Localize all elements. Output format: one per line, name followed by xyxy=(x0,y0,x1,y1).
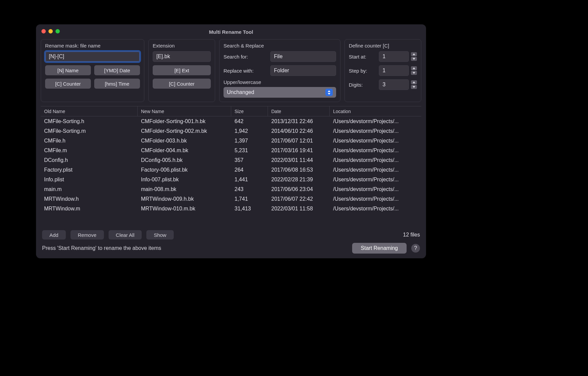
col-date[interactable]: Date xyxy=(268,106,330,116)
cell-loc: /Users/devstorm/Projects/... xyxy=(330,118,421,124)
cell-date: 2014/06/10 22:46 xyxy=(268,128,330,134)
table-body: CMFile-Sorting.hCMFolder-Sorting-001.h.b… xyxy=(41,116,421,227)
cell-size: 5,231 xyxy=(231,148,268,154)
table-row[interactable]: Factory.plistFactory-006.plist.bk2642017… xyxy=(41,165,421,175)
step-by-stepper[interactable] xyxy=(411,66,417,75)
col-new-name[interactable]: New Name xyxy=(138,106,231,116)
table-row[interactable]: DConfig.hDConfig-005.h.bk3572022/03/01 1… xyxy=(41,155,421,165)
stepper-down-icon[interactable] xyxy=(411,85,417,89)
add-button[interactable]: Add xyxy=(42,230,66,240)
minimize-icon[interactable] xyxy=(48,29,53,33)
cell-old: DConfig.h xyxy=(41,157,138,163)
case-select-value: Unchanged xyxy=(227,89,254,95)
cell-new: CMFolder-Sorting-002.m.bk xyxy=(138,128,231,134)
window-title: Multi Rename Tool xyxy=(36,29,426,35)
footer: Press 'Start Renaming' to rename the abo… xyxy=(36,240,426,258)
cell-new: Factory-006.plist.bk xyxy=(138,167,231,173)
cell-date: 2017/06/08 16:53 xyxy=(268,167,330,173)
cell-loc: /Users/devstorm/Projects/... xyxy=(330,128,421,134)
close-icon[interactable] xyxy=(41,29,46,33)
help-button[interactable]: ? xyxy=(411,244,420,253)
cell-old: MRTWindow.m xyxy=(41,206,138,212)
remove-button[interactable]: Remove xyxy=(70,230,104,240)
cell-date: 2022/02/28 21:39 xyxy=(268,177,330,183)
col-size[interactable]: Size xyxy=(231,106,268,116)
define-counter-panel: Define counter [C] Start at: Step by: xyxy=(344,39,421,102)
rename-mask-title: Rename mask: file name xyxy=(45,43,140,49)
rename-mask-input[interactable] xyxy=(45,51,140,62)
cell-size: 264 xyxy=(231,167,268,173)
cell-loc: /Users/devstorm/Projects/... xyxy=(330,186,421,192)
col-old-name[interactable]: Old Name xyxy=(41,106,138,116)
cell-size: 1,441 xyxy=(231,177,268,183)
digits-input[interactable] xyxy=(379,79,409,90)
insert-date-button[interactable]: [YMD] Date xyxy=(94,65,140,75)
titlebar: Multi Rename Tool xyxy=(36,24,426,39)
cell-old: CMFile-Sorting.h xyxy=(41,118,138,124)
table-row[interactable]: Info.plistInfo-007.plist.bk1,4412022/02/… xyxy=(41,175,421,184)
start-at-stepper[interactable] xyxy=(411,52,417,61)
cell-loc: /Users/devstorm/Projects/... xyxy=(330,206,421,212)
table-row[interactable]: CMFile-Sorting.hCMFolder-Sorting-001.h.b… xyxy=(41,116,421,126)
action-bar: Add Remove Clear All Show 12 files xyxy=(36,227,426,240)
table-row[interactable]: CMFile-Sorting.mCMFolder-Sorting-002.m.b… xyxy=(41,126,421,136)
chevron-updown-icon xyxy=(325,89,333,96)
cell-date: 2017/03/16 19:41 xyxy=(268,148,330,154)
cell-size: 357 xyxy=(231,157,268,163)
table-row[interactable]: main.mmain-008.m.bk2432017/06/06 23:04/U… xyxy=(41,184,421,194)
cell-date: 2022/03/01 11:58 xyxy=(268,206,330,212)
show-button[interactable]: Show xyxy=(146,230,174,240)
step-by-input[interactable] xyxy=(379,65,409,76)
stepper-up-icon[interactable] xyxy=(411,66,417,70)
search-for-input[interactable] xyxy=(270,51,336,62)
table-header: Old Name New Name Size Date Location xyxy=(41,106,421,116)
zoom-icon[interactable] xyxy=(55,29,60,33)
clear-all-button[interactable]: Clear All xyxy=(109,230,142,240)
rename-mask-panel: Rename mask: file name [N] Name [YMD] Da… xyxy=(41,39,144,102)
cell-loc: /Users/devstorm/Projects/... xyxy=(330,167,421,173)
stepper-up-icon[interactable] xyxy=(411,80,417,84)
cell-loc: /Users/devstorm/Projects/... xyxy=(330,177,421,183)
table-row[interactable]: CMFile.mCMFolder-004.m.bk5,2312017/03/16… xyxy=(41,146,421,155)
start-at-input[interactable] xyxy=(379,51,409,62)
start-renaming-button[interactable]: Start Renaming xyxy=(352,243,407,254)
cell-old: CMFile.m xyxy=(41,148,138,154)
cell-date: 2017/06/06 23:04 xyxy=(268,186,330,192)
insert-time-button[interactable]: [hms] Time xyxy=(94,79,140,89)
cell-date: 2017/06/07 12:01 xyxy=(268,138,330,144)
insert-ext-button[interactable]: [E] Ext xyxy=(153,65,211,75)
table-row[interactable]: MRTWindow.mMRTWindow-010.m.bk31,4132022/… xyxy=(41,204,421,213)
table-row[interactable]: CMFile.hCMFolder-003.h.bk1,3972017/06/07… xyxy=(41,136,421,146)
define-counter-title: Define counter [C] xyxy=(349,43,417,49)
cell-size: 31,413 xyxy=(231,206,268,212)
replace-with-input[interactable] xyxy=(270,65,336,76)
case-select[interactable]: Unchanged xyxy=(224,87,336,98)
file-count: 12 files xyxy=(403,232,420,238)
extension-input[interactable] xyxy=(153,51,211,62)
cell-date: 2013/12/31 22:46 xyxy=(268,118,330,124)
digits-stepper[interactable] xyxy=(411,80,417,89)
insert-ext-counter-button[interactable]: [C] Counter xyxy=(153,79,211,89)
replace-with-label: Replace with: xyxy=(224,68,267,74)
search-replace-panel: Search & Replace Search for: Replace wit… xyxy=(219,39,340,102)
multi-rename-window: Multi Rename Tool Rename mask: file name… xyxy=(36,24,426,258)
cell-date: 2017/06/07 22:42 xyxy=(268,196,330,202)
cell-old: Factory.plist xyxy=(41,167,138,173)
cell-loc: /Users/devstorm/Projects/... xyxy=(330,157,421,163)
insert-counter-button[interactable]: [C] Counter xyxy=(45,79,91,89)
stepper-down-icon[interactable] xyxy=(411,57,417,61)
cell-date: 2022/03/01 11:44 xyxy=(268,157,330,163)
col-location[interactable]: Location xyxy=(330,106,421,116)
cell-size: 1,397 xyxy=(231,138,268,144)
stepper-down-icon[interactable] xyxy=(411,71,417,75)
table-row[interactable]: MRTWindow.hMRTWindow-009.h.bk1,7412017/0… xyxy=(41,194,421,204)
extension-title: Extension xyxy=(153,43,211,49)
cell-loc: /Users/devstorm/Projects/... xyxy=(330,138,421,144)
step-by-label: Step by: xyxy=(349,68,376,74)
digits-label: Digits: xyxy=(349,82,376,88)
preview-table: Old Name New Name Size Date Location CMF… xyxy=(41,106,421,227)
search-for-label: Search for: xyxy=(224,54,267,60)
cell-old: CMFile-Sorting.m xyxy=(41,128,138,134)
insert-name-button[interactable]: [N] Name xyxy=(45,65,91,75)
stepper-up-icon[interactable] xyxy=(411,52,417,56)
